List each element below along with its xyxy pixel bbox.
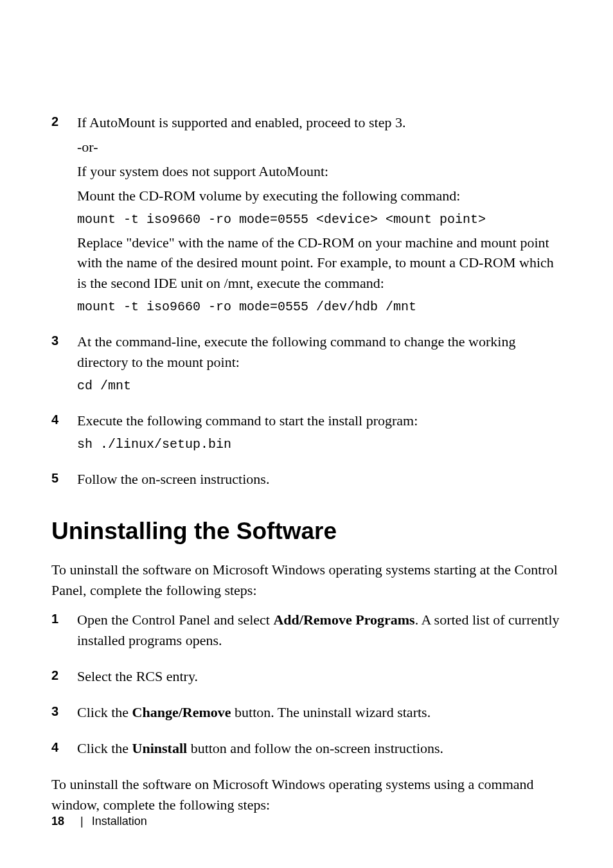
text-run: button. The uninstall wizard starts.: [231, 704, 431, 720]
step-text: If your system does not support AutoMoun…: [77, 161, 562, 182]
step-body: At the command-line, execute the followi…: [77, 332, 562, 399]
step-number: 2: [51, 666, 77, 691]
code-line: sh ./linux/setup.bin: [77, 435, 562, 454]
bold-text: Add/Remove Programs: [273, 612, 414, 628]
step-body: Execute the following command to start t…: [77, 411, 562, 457]
uninstall-step: 3Click the Change/Remove button. The uni…: [51, 702, 562, 727]
step-body: Click the Uninstall button and follow th…: [77, 738, 562, 763]
page-footer: 18 | Installation: [51, 813, 147, 829]
intro-paragraph: To uninstall the software on Microsoft W…: [51, 560, 562, 601]
text-run: Select the RCS entry.: [77, 668, 198, 684]
text-run: Open the Control Panel and select: [77, 612, 273, 628]
step-text: Click the Change/Remove button. The unin…: [77, 702, 562, 723]
step-text: Click the Uninstall button and follow th…: [77, 738, 562, 759]
install-step: 5Follow the on-screen instructions.: [51, 469, 562, 493]
bold-text: Uninstall: [132, 740, 188, 756]
outro-paragraph: To uninstall the software on Microsoft W…: [51, 774, 562, 815]
install-step: 4Execute the following command to start …: [51, 411, 562, 457]
install-step: 3At the command-line, execute the follow…: [51, 332, 562, 399]
step-text: Replace "device" with the name of the CD…: [77, 233, 562, 294]
step-body: Select the RCS entry.: [77, 666, 562, 691]
section-heading: Uninstalling the Software: [51, 514, 562, 549]
step-text: -or-: [77, 137, 562, 157]
text-run: Click the: [77, 740, 132, 756]
step-number: 3: [51, 702, 77, 727]
section-name: Installation: [92, 815, 147, 828]
uninstall-step: 1Open the Control Panel and select Add/R…: [51, 610, 562, 655]
code-line: cd /mnt: [77, 376, 562, 395]
text-run: button and follow the on-screen instruct…: [187, 740, 443, 756]
step-number: 3: [51, 332, 77, 399]
step-number: 5: [51, 469, 77, 493]
step-text: Execute the following command to start t…: [77, 411, 562, 431]
step-number: 2: [51, 112, 77, 320]
step-body: Follow the on-screen instructions.: [77, 469, 562, 493]
step-text: Follow the on-screen instructions.: [77, 469, 562, 490]
step-text: If AutoMount is supported and enabled, p…: [77, 112, 562, 133]
step-text: Open the Control Panel and select Add/Re…: [77, 610, 562, 651]
install-step: 2If AutoMount is supported and enabled, …: [51, 112, 562, 320]
page-number: 18: [51, 815, 64, 828]
step-text: At the command-line, execute the followi…: [77, 332, 562, 373]
step-body: Open the Control Panel and select Add/Re…: [77, 610, 562, 655]
bold-text: Change/Remove: [132, 704, 231, 720]
code-line: mount -t iso9660 -ro mode=0555 /dev/hdb …: [77, 297, 562, 316]
step-body: Click the Change/Remove button. The unin…: [77, 702, 562, 727]
step-body: If AutoMount is supported and enabled, p…: [77, 112, 562, 320]
step-number: 4: [51, 738, 77, 763]
step-text: Select the RCS entry.: [77, 666, 562, 687]
footer-separator: |: [80, 815, 84, 828]
step-text: Mount the CD-ROM volume by executing the…: [77, 186, 562, 206]
uninstall-step: 4Click the Uninstall button and follow t…: [51, 738, 562, 763]
step-number: 1: [51, 610, 77, 655]
code-line: mount -t iso9660 -ro mode=0555 <device> …: [77, 210, 562, 229]
uninstall-step: 2Select the RCS entry.: [51, 666, 562, 691]
step-number: 4: [51, 411, 77, 457]
text-run: Click the: [77, 704, 132, 720]
